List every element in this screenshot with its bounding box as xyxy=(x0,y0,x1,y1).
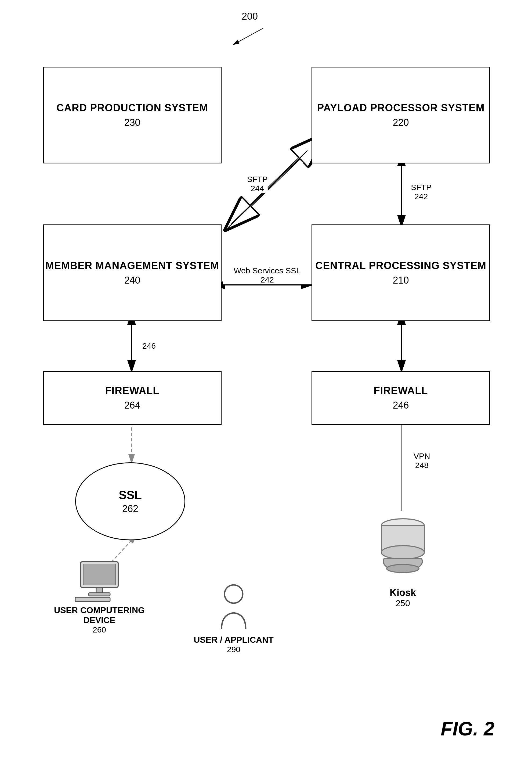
central-processing-system-box: CENTRAL PROCESSING SYSTEM 210 xyxy=(312,225,490,321)
member-management-system-box: MEMBER MANAGEMENT SYSTEM 240 xyxy=(43,225,222,321)
svg-line-6 xyxy=(234,28,263,44)
kiosk-icon xyxy=(373,511,432,586)
svg-rect-21 xyxy=(89,593,110,596)
web-services-label: Web Services SSL 242 xyxy=(223,266,312,284)
ref-200-label: 200 xyxy=(242,11,258,22)
ssl-cloud: SSL 262 xyxy=(75,462,185,540)
payload-processor-title: PAYLOAD PROCESSOR SYSTEM xyxy=(317,102,485,114)
ssl-number: 262 xyxy=(122,503,138,514)
central-processing-title: CENTRAL PROCESSING SYSTEM xyxy=(315,260,486,272)
fig-label: FIG. 2 xyxy=(441,718,494,740)
svg-point-23 xyxy=(225,585,243,603)
sftp-244-label: SFTP 244 xyxy=(247,175,268,193)
payload-processor-number: 220 xyxy=(393,117,409,128)
kiosk-device: Kiosk 250 xyxy=(338,511,467,608)
svg-rect-20 xyxy=(96,587,103,593)
user-applicant: USER / APPLICANT 290 xyxy=(188,583,279,654)
kiosk-label: Kiosk xyxy=(338,587,467,599)
user-computing-number: 260 xyxy=(43,625,156,634)
person-icon xyxy=(216,583,251,632)
vpn-label: VPN 248 xyxy=(414,452,430,470)
user-computing-label: USER COMPUTERING DEVICE xyxy=(43,605,156,625)
diagram: 200 CARD PRODUCTION SYSTEM 230 PAYLOAD P… xyxy=(0,0,532,772)
svg-rect-19 xyxy=(83,564,115,585)
user-computing-device: USER COMPUTERING DEVICE 260 xyxy=(43,559,156,634)
central-processing-number: 210 xyxy=(393,275,409,286)
firewall-right-number: 246 xyxy=(393,400,409,411)
firewall-right-title: FIREWALL xyxy=(374,385,428,397)
conn-246-label: 246 xyxy=(142,341,156,351)
svg-point-27 xyxy=(387,564,419,572)
card-production-number: 230 xyxy=(124,117,140,128)
kiosk-number: 250 xyxy=(338,599,467,608)
computer-icon xyxy=(73,559,126,602)
svg-line-9 xyxy=(231,150,307,224)
user-applicant-label: USER / APPLICANT xyxy=(188,635,279,645)
card-production-system-box: CARD PRODUCTION SYSTEM 230 xyxy=(43,67,222,163)
member-management-number: 240 xyxy=(124,275,140,286)
svg-point-26 xyxy=(381,546,424,559)
member-management-title: MEMBER MANAGEMENT SYSTEM xyxy=(45,260,219,272)
user-applicant-number: 290 xyxy=(188,645,279,654)
firewall-left-box: FIREWALL 264 xyxy=(43,371,222,425)
ssl-title: SSL xyxy=(119,488,142,502)
firewall-left-title: FIREWALL xyxy=(105,385,159,397)
svg-rect-22 xyxy=(75,597,110,602)
payload-processor-system-box: PAYLOAD PROCESSOR SYSTEM 220 xyxy=(312,67,490,163)
firewall-left-number: 264 xyxy=(124,400,140,411)
sftp-242-label: SFTP 242 xyxy=(411,183,432,201)
card-production-title: CARD PRODUCTION SYSTEM xyxy=(56,102,208,114)
firewall-right-box: FIREWALL 246 xyxy=(312,371,490,425)
